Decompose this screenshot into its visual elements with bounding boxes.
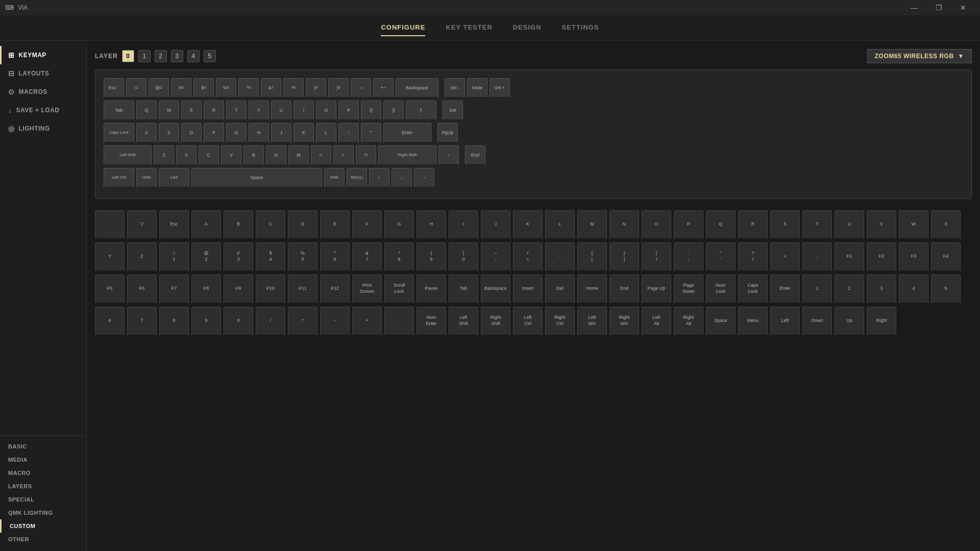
key-7[interactable]: &7 [261,78,281,98]
key-grid-item[interactable]: Menu [738,307,768,336]
key-grid-item[interactable]: End [609,274,639,304]
key-grid-item[interactable]: ) 0 [449,242,478,272]
key-a[interactable]: A [136,123,157,143]
key-x[interactable]: X [176,145,197,166]
key-slash[interactable]: ?/ [356,145,376,166]
key-grid-item[interactable]: { [ [577,242,607,272]
key-grid-item[interactable]: ? / [738,242,768,272]
key-grid-item[interactable]: 7 [127,307,157,336]
key-grid-item[interactable]: C [256,210,285,240]
key-capslock[interactable]: Caps Lock [104,123,134,143]
layer-3-btn[interactable]: 3 [171,50,183,62]
key-grid-item[interactable]: } ] [609,242,639,272]
key-grid-item[interactable]: E [320,210,350,240]
key-grid-item[interactable]: Backspace [481,274,510,304]
key-v[interactable]: V [221,145,241,166]
key-grid-item[interactable]: Right Win [609,307,639,336]
key-ralt[interactable]: RAlt [324,168,345,188]
key-i[interactable]: I [293,101,314,121]
key-grid-item[interactable]: ! 1 [159,242,189,272]
key-grid-item[interactable]: F1 [835,242,864,272]
key-grid-item[interactable]: Left Shift [449,307,478,336]
key-grid-item[interactable]: Home [577,274,607,304]
cat-special[interactable]: SPECIAL [0,493,86,506]
key-f[interactable]: F [204,123,224,143]
key-grid-item[interactable]: - [545,242,575,272]
cat-basic[interactable]: BASIC [0,440,86,453]
key-mute[interactable]: Mute [467,78,487,98]
key-grid-item[interactable]: | \ [642,242,671,272]
layer-0-btn[interactable]: 0 [122,50,134,62]
key-right-shift[interactable]: Right Shift [378,145,436,166]
key-grid-item[interactable]: H [416,210,446,240]
layer-1-btn[interactable]: 1 [138,50,151,62]
key-grid-item[interactable]: Esc [159,210,189,240]
sidebar-item-lighting[interactable]: ◎ LIGHTING [0,119,86,138]
key-left-ctrl[interactable]: Left Ctrl [104,168,134,188]
key-grid-item[interactable]: Right [867,307,896,336]
key-enter[interactable]: Enter [383,123,431,143]
key-grid-item[interactable]: F [352,210,382,240]
key-grid-item[interactable]: F5 [95,274,125,304]
key-grid-item[interactable]: X [931,210,961,240]
key-grid-item[interactable]: . [384,307,414,336]
key-comma[interactable]: <, [311,145,331,166]
key-b[interactable]: B [243,145,264,166]
key-r[interactable]: R [204,101,224,121]
key-grid-item[interactable]: Left [770,307,800,336]
key-grid-item[interactable]: U [835,210,864,240]
key-grid-item[interactable]: Q [706,210,736,240]
key-w[interactable]: W [159,101,179,121]
key-grid-item[interactable]: F9 [224,274,253,304]
layer-2-btn[interactable]: 2 [155,50,167,62]
key-grid-item[interactable]: R [738,210,768,240]
key-l[interactable]: L [316,123,336,143]
minimize-button[interactable]: — [902,0,926,15]
key-grid-item[interactable]: F7 [159,274,189,304]
key-grid-item[interactable]: Scroll Lock [384,274,414,304]
key-grid-item[interactable]: % 5 [288,242,317,272]
key-grid-item[interactable]: M [577,210,607,240]
key-grid-item[interactable]: Tab [449,274,478,304]
key-grid-item[interactable]: = [770,242,800,272]
key-grid-item[interactable]: : ; [674,242,703,272]
key-lwin[interactable]: LWin [136,168,157,188]
key-grid-item[interactable]: F4 [931,242,961,272]
key-j[interactable]: J [271,123,291,143]
tab-configure[interactable]: CONFIGURE [381,19,425,36]
key-end[interactable]: End [465,145,485,166]
key-p[interactable]: P [338,101,359,121]
key-vol-down[interactable]: Vol - [445,78,465,98]
key-n[interactable]: N [266,145,286,166]
key-equal[interactable]: += [373,78,394,98]
key-grid-item[interactable]: N [609,210,639,240]
layer-5-btn[interactable]: 5 [204,50,216,62]
key-grid-item[interactable]: – - [481,242,510,272]
key-grid-item[interactable]: Print Screen [352,274,382,304]
key-grid-item[interactable]: # 3 [224,242,253,272]
key-grid-item[interactable]: 3 [867,274,896,304]
key-c[interactable]: C [199,145,219,166]
device-selector[interactable]: ZOOM65 WIRELESS RGB ▼ [867,49,972,63]
key-grid-item[interactable]: Y [95,242,125,272]
key-grid-item[interactable]: + [352,307,382,336]
key-grid-item[interactable]: P [674,210,703,240]
maximize-button[interactable]: ❐ [927,0,950,15]
key-grid-item[interactable]: Page Up [642,274,671,304]
key-o[interactable]: O [316,101,336,121]
key-grid-item[interactable]: B [224,210,253,240]
key-grid-item[interactable]: $ 4 [256,242,285,272]
key-grid-item[interactable]: D [288,210,317,240]
key-m[interactable]: M [288,145,309,166]
key-left-shift[interactable]: Left Shift [104,145,152,166]
key-grid-item[interactable]: Right Shift [481,307,510,336]
key-grid-item[interactable]: J [481,210,510,240]
key-grid-item[interactable]: F8 [191,274,221,304]
key-5[interactable]: %5 [216,78,236,98]
cat-qmk-lighting[interactable]: QMK LIGHTING [0,506,86,519]
key-k[interactable]: K [293,123,314,143]
key-e[interactable]: E [181,101,202,121]
key-4[interactable]: $4 [193,78,214,98]
key-grid-item[interactable]: Num Enter [416,307,446,336]
cat-custom[interactable]: CUSTOM [0,519,86,533]
